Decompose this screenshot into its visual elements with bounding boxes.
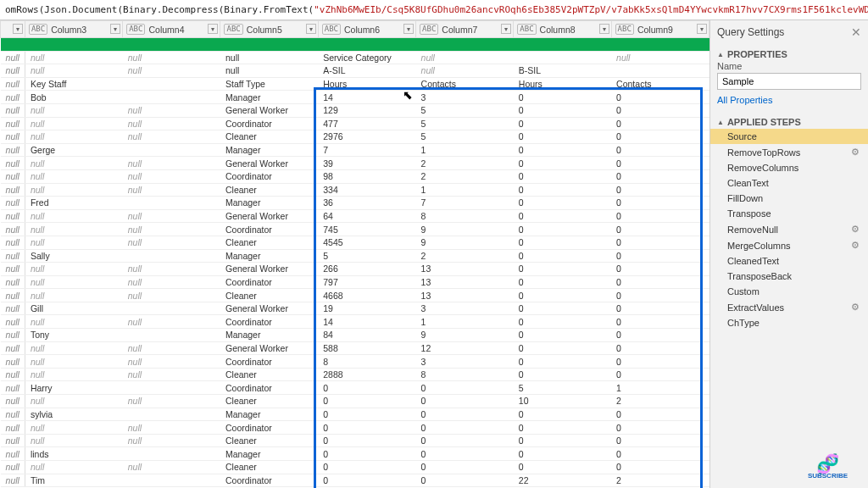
cell[interactable]: null: [25, 263, 122, 276]
cell[interactable]: Manager: [220, 447, 318, 461]
cell[interactable]: 745: [318, 223, 415, 236]
close-icon[interactable]: ✕: [851, 25, 861, 39]
cell[interactable]: Coordinator: [220, 315, 318, 329]
cell[interactable]: Cleaner: [220, 236, 318, 249]
cell[interactable]: 2: [416, 157, 514, 170]
cell[interactable]: 0: [611, 143, 709, 157]
cell[interactable]: 0: [514, 368, 611, 381]
cell[interactable]: 4545: [318, 236, 415, 249]
table-row[interactable]: nullnullnullCoordinator14100: [1, 315, 709, 329]
cell[interactable]: 0: [611, 209, 709, 223]
chevron-down-icon[interactable]: ▾: [697, 24, 707, 34]
table-row[interactable]: nullGergeManager7100: [1, 143, 709, 157]
cell[interactable]: null: [123, 223, 220, 236]
cell[interactable]: 0: [611, 289, 709, 302]
cell[interactable]: null: [123, 315, 220, 329]
cell[interactable]: 13: [416, 289, 514, 302]
cell[interactable]: Staff Type: [220, 77, 318, 91]
cell[interactable]: 7: [318, 143, 415, 157]
cell[interactable]: Gill: [25, 302, 122, 315]
cell[interactable]: 0: [514, 355, 611, 369]
chevron-down-icon[interactable]: ▾: [110, 24, 120, 34]
cell[interactable]: 1: [416, 315, 514, 329]
subscribe-badge[interactable]: 🧬 SUBSCRIBE: [808, 457, 848, 480]
cell[interactable]: Cleaner: [220, 130, 318, 144]
cell[interactable]: 1: [416, 183, 514, 197]
cell[interactable]: 0: [611, 130, 709, 144]
cell[interactable]: null: [220, 51, 318, 64]
cell[interactable]: [123, 302, 220, 315]
cell[interactable]: 0: [514, 315, 611, 329]
cell[interactable]: 0: [514, 197, 611, 210]
cell[interactable]: 9: [416, 223, 514, 236]
cell[interactable]: Coordinator: [220, 381, 318, 395]
cell[interactable]: 64: [318, 209, 415, 223]
row-index-header[interactable]: ▾: [1, 21, 25, 38]
table-row[interactable]: nullnullnullnullA-SILnullB-SIL: [1, 64, 709, 78]
cell[interactable]: null: [25, 157, 122, 170]
table-row[interactable]: nullnullnullCleaner0000: [1, 434, 709, 447]
table-row[interactable]: nullTonyManager84900: [1, 329, 709, 342]
cell[interactable]: 5: [416, 117, 514, 130]
cell[interactable]: null: [25, 421, 122, 435]
table-row[interactable]: nullnullnullCoordinator98200: [1, 169, 709, 183]
cell[interactable]: 0: [611, 434, 709, 447]
cell[interactable]: 0: [611, 157, 709, 170]
cell[interactable]: 2976: [318, 130, 415, 144]
cell[interactable]: Manager: [220, 143, 318, 157]
cell[interactable]: 0: [514, 434, 611, 447]
cell[interactable]: 19: [318, 302, 415, 315]
table-row[interactable]: nullnullnullnullService Categorynullnull: [1, 51, 709, 64]
cell[interactable]: Contacts: [611, 77, 709, 91]
cell[interactable]: Manager: [220, 408, 318, 421]
cell[interactable]: 0: [611, 302, 709, 315]
table-row[interactable]: nullnullnullCleaner00102: [1, 395, 709, 408]
cell[interactable]: 0: [318, 434, 415, 447]
cell[interactable]: 0: [611, 183, 709, 197]
table-row[interactable]: nullnullnullCoordinator477500: [1, 117, 709, 130]
cell[interactable]: General Worker: [220, 209, 318, 223]
cell[interactable]: General Worker: [220, 341, 318, 355]
data-grid[interactable]: ▾ABCColumn3▾ABCColumn4▾ABCColumn5▾ABCCol…: [0, 20, 709, 488]
table-row[interactable]: nullGillGeneral Worker19300: [1, 302, 709, 315]
cell[interactable]: 0: [611, 275, 709, 289]
cell[interactable]: [123, 249, 220, 263]
cell[interactable]: 39: [318, 157, 415, 170]
cell[interactable]: 0: [514, 329, 611, 342]
cell[interactable]: 797: [318, 275, 415, 289]
table-row[interactable]: nullFredManager36700: [1, 197, 709, 210]
cell[interactable]: General Worker: [220, 302, 318, 315]
cell[interactable]: General Worker: [220, 103, 318, 117]
cell[interactable]: [123, 381, 220, 395]
cell[interactable]: Cleaner: [220, 183, 318, 197]
cell[interactable]: 0: [514, 117, 611, 130]
cell[interactable]: 0: [611, 169, 709, 183]
cell[interactable]: 84: [318, 329, 415, 342]
cell[interactable]: Hours: [514, 77, 611, 91]
cell[interactable]: 0: [611, 341, 709, 355]
cell[interactable]: [611, 64, 709, 78]
cell[interactable]: Manager: [220, 197, 318, 210]
cell[interactable]: null: [123, 395, 220, 408]
cell[interactable]: null: [123, 183, 220, 197]
table-row[interactable]: nullnullnullCleaner0000: [1, 461, 709, 474]
cell[interactable]: null: [123, 341, 220, 355]
cell[interactable]: [123, 197, 220, 210]
table-row[interactable]: nullBobManager14300: [1, 91, 709, 104]
cell[interactable]: 0: [514, 408, 611, 421]
column-header[interactable]: ABCColumn9▾: [611, 21, 709, 38]
cell[interactable]: 0: [416, 421, 514, 435]
cell[interactable]: 0: [611, 368, 709, 381]
cell[interactable]: 0: [611, 91, 709, 104]
cell[interactable]: 0: [611, 263, 709, 276]
properties-section[interactable]: ▲ PROPERTIES: [710, 44, 868, 61]
cell[interactable]: null: [25, 223, 122, 236]
cell[interactable]: null: [25, 289, 122, 302]
cell[interactable]: null: [25, 434, 122, 447]
cell[interactable]: null: [25, 103, 122, 117]
table-row[interactable]: nullsylviaManager0000: [1, 408, 709, 421]
cell[interactable]: [123, 408, 220, 421]
cell[interactable]: 13: [416, 275, 514, 289]
cell[interactable]: 0: [611, 249, 709, 263]
cell[interactable]: 2: [611, 474, 709, 487]
